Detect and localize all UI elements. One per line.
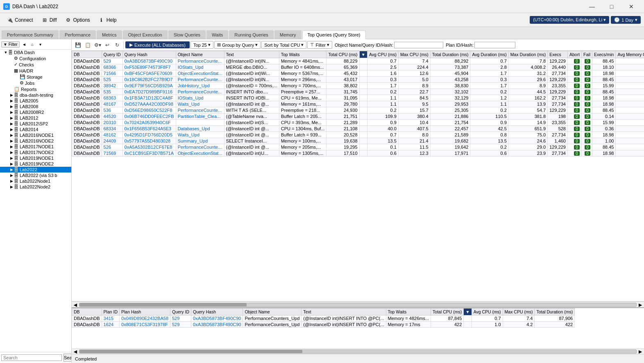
cell-6-2[interactable]: 0x1FB3A71D12EC4A8F — [122, 95, 176, 101]
query-id-link[interactable]: 536 — [104, 108, 111, 113]
help-button[interactable]: ℹ Help — [95, 15, 120, 25]
sidebar-search-input[interactable] — [1, 354, 62, 361]
main-col-17[interactable]: Avg Memory Grant KE — [616, 51, 644, 58]
main-col-4[interactable]: Text — [224, 51, 279, 58]
object-name-link[interactable]: PerformanceCounte... — [178, 89, 222, 94]
cell-7-2[interactable]: 0xD527AAA42C00DF98 — [122, 101, 176, 107]
query-id-link[interactable]: 68334 — [104, 126, 116, 131]
time-range-button[interactable]: 🕐 1 Day ▾ — [611, 16, 641, 24]
cell-13-2[interactable]: 0x57797A55D4803028 — [122, 138, 176, 144]
main-col-14[interactable]: Abort — [567, 51, 581, 58]
lower-col-3[interactable]: Query ID — [170, 309, 191, 315]
table-row[interactable]: DBADashDB481620x4295D1FD766D20D5Waits_Up… — [72, 132, 644, 138]
main-col-7[interactable]: ▼ — [359, 51, 367, 58]
cell-5-2[interactable]: 0xEA7D27D989BF9116 — [122, 89, 176, 95]
object-name-link[interactable]: PerformanceCounte... — [178, 145, 222, 150]
nav-back-button[interactable]: ◄ — [20, 41, 28, 48]
sidebar-search-button[interactable]: Search — [63, 354, 72, 362]
tab-object-execution[interactable]: Object Execution — [123, 30, 168, 39]
lower-col-7[interactable]: Top Waits — [386, 309, 431, 315]
table-row[interactable]: DBADashDB5360xD56ED98650C522F8Performanc… — [72, 107, 644, 113]
sidebar-item-19[interactable]: ▶🗄LAB2019NODE2 — [0, 161, 71, 167]
cell-2-1[interactable]: 71566 — [102, 70, 122, 77]
cell-2-3[interactable]: ObjectExecutionStat... — [176, 70, 224, 77]
sidebar-item-15[interactable]: ▶🗄LAB2016NODE2 — [0, 138, 71, 144]
cell-11-2[interactable]: 0x1F656B53F624A5E3 — [122, 126, 176, 132]
sidebar-item-22[interactable]: ▶🗄Lab2022Node1 — [0, 178, 71, 184]
query-id-link[interactable]: 38942 — [104, 83, 116, 88]
filter-dropdown[interactable]: ⊤ Filter ▾ — [307, 41, 332, 49]
lower-cell-0-2[interactable]: 0x049D890E2432BA58 — [120, 315, 170, 322]
timezone-button[interactable]: (UTC+00:00) Dublin, Edinburgh, Li ▾ — [530, 16, 609, 24]
tab-running-queries[interactable]: Running Queries — [229, 30, 274, 39]
query-hash-link[interactable]: 0xC1CB91EF3D7B571A — [125, 151, 174, 156]
cell-9-3[interactable]: PartitionTable_Clea... — [176, 113, 224, 120]
connect-button[interactable]: 🔌 Connect — [3, 15, 36, 25]
lower-col-12[interactable]: Total Duration (ms) — [535, 309, 575, 315]
cell-1-3[interactable]: IOStats_Upd — [176, 64, 224, 70]
query-hash-link[interactable]: 0xEA7D27D989BF9116 — [125, 89, 172, 94]
cell-7-3[interactable]: Waits_Upd — [176, 101, 224, 107]
lower-cell-1-4[interactable]: 0xA3BD5873BF490C90 — [191, 322, 243, 328]
lower-col-8[interactable]: Total CPU (ms) — [431, 309, 464, 315]
lower-cell-0-1[interactable]: 3415 — [102, 315, 119, 322]
cell-13-3[interactable]: Summary_Upd — [176, 138, 224, 144]
cell-4-1[interactable]: 38942 — [102, 83, 122, 89]
query-id-link[interactable]: 71569 — [104, 151, 116, 156]
lower-col-11[interactable]: Max CPU (ms) — [503, 309, 535, 315]
cell-12-3[interactable]: Waits_Upd — [176, 132, 224, 138]
close-button[interactable]: ✕ — [622, 0, 641, 13]
execute-button[interactable]: ▶ Execute (ALL Databases) — [125, 41, 190, 48]
object-name-link[interactable]: ObjectExecutionStat... — [178, 151, 222, 156]
sidebar-item-1[interactable]: ⚙Configuration — [0, 55, 71, 61]
object-name-link[interactable]: PerformanceCounte... — [178, 77, 222, 82]
lower-col-1[interactable]: Plan ID — [102, 309, 119, 315]
cell-9-1[interactable]: 44520 — [102, 113, 122, 120]
toolbar-save-button[interactable]: 💾 — [73, 41, 82, 50]
table-row[interactable]: DBADashDB445200x06B746DD0FEEC2FBPartitio… — [72, 113, 644, 120]
cell-4-2[interactable]: 0x9EF79F56CD5B929A — [122, 83, 176, 89]
query-hash-link[interactable]: 0x1F656B53F624A5E3 — [125, 126, 171, 131]
cell-11-1[interactable]: 68334 — [102, 126, 122, 132]
sidebar-item-11[interactable]: ▶🗄LAB2012 — [0, 115, 71, 121]
cell-3-2[interactable]: 0x18C862B2FC27B9D7 — [122, 77, 176, 83]
table-row[interactable]: DBADashDB683660xF53E89F74573F8F7IOStats_… — [72, 64, 644, 70]
table-row[interactable]: DBADashDB5260xA5A5302B12CF67E8Performanc… — [72, 144, 644, 150]
query-hash-link[interactable]: 0x06B746DD0FEEC2FB — [125, 114, 174, 119]
query-id-link[interactable]: 68363 — [104, 95, 116, 100]
lower-scrollbar-track[interactable] — [79, 349, 637, 354]
cell-9-2[interactable]: 0x06B746DD0FEEC2FB — [122, 113, 176, 120]
cell-3-3[interactable]: PerformanceCounte... — [176, 77, 224, 83]
sort-by-dropdown[interactable]: Sort by Total CPU ▾ — [261, 41, 306, 49]
filter-input[interactable] — [394, 42, 443, 48]
lower-link-1[interactable]: 1624 — [104, 322, 113, 327]
query-hash-link[interactable]: 0x18C862B2FC27B9D7 — [125, 77, 173, 82]
lower-col-0[interactable]: DB — [72, 309, 102, 315]
toolbar-copy-button[interactable]: 📋 — [83, 41, 92, 50]
cell-6-1[interactable]: 68363 — [102, 95, 122, 101]
table-row[interactable]: DBADashDB683340x1F656B53F624A5E3Database… — [72, 126, 644, 132]
main-col-10[interactable]: Total Duration (ms) — [430, 51, 470, 58]
query-hash-link[interactable]: 0xA3BD5873BF490C90 — [125, 59, 172, 64]
query-id-link[interactable]: 68366 — [104, 65, 116, 70]
cell-1-2[interactable]: 0xF53E89F74573F8F7 — [122, 64, 176, 70]
cell-14-1[interactable]: 526 — [102, 144, 122, 150]
tab-performance-summary[interactable]: Performance Summary — [2, 30, 59, 39]
lower-cell-0-3[interactable]: 529 — [170, 315, 191, 322]
upper-scrollbar-thumb[interactable] — [79, 303, 247, 306]
main-col-11[interactable]: Avg Duration (ms) — [470, 51, 508, 58]
query-hash-link[interactable]: 0xD527AAA42C00DF98 — [125, 102, 173, 107]
cell-11-3[interactable]: Databases_Upd — [176, 126, 224, 132]
cell-15-3[interactable]: ObjectExecutionStat... — [176, 150, 224, 157]
sidebar-item-14[interactable]: ▶🗄LAB2016NODE1 — [0, 132, 71, 138]
cell-6-3[interactable]: IOStats_Upd — [176, 95, 224, 101]
cell-12-2[interactable]: 0x4295D1FD766D20D5 — [122, 132, 176, 138]
table-row[interactable]: DBADashDB34150x049D890E2432BA585290xA3BD… — [72, 315, 575, 322]
main-col-6[interactable]: Total CPU (ms) — [327, 51, 359, 58]
main-col-8[interactable]: Avg CPU (ms) — [367, 51, 398, 58]
lower-col-6[interactable]: Text — [302, 309, 386, 315]
object-name-link[interactable]: Summary_Upd — [178, 138, 208, 143]
sidebar-item-17[interactable]: ▶🗄LAB2017NODE2 — [0, 150, 71, 155]
lower-cell-1-2[interactable]: 0x808E71C53F31978F — [120, 322, 170, 328]
sidebar-item-6[interactable]: 📋Reports — [0, 86, 71, 92]
